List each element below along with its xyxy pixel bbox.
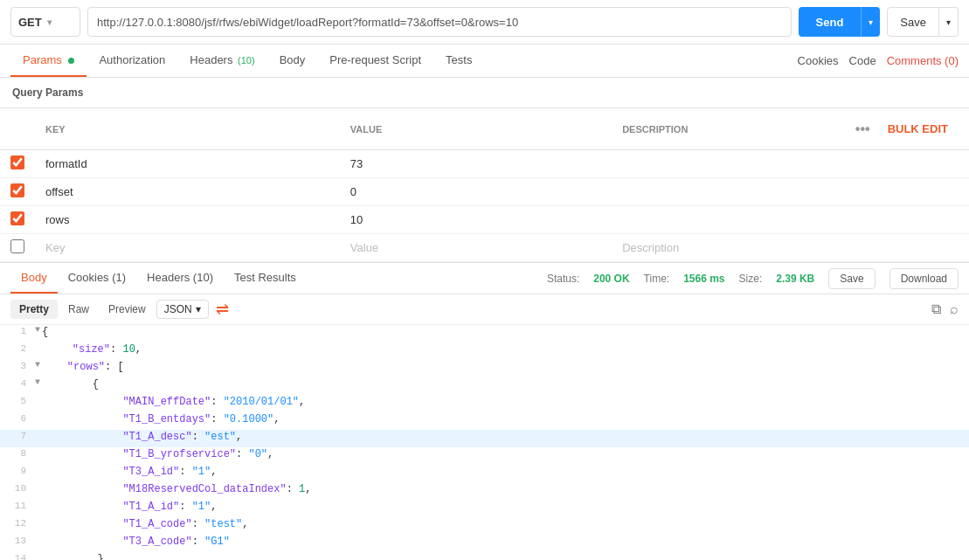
tab-pre-request[interactable]: Pre-request Script xyxy=(317,45,433,77)
desc-header: DESCRIPTION xyxy=(612,108,845,150)
collapse-arrow-icon[interactable]: ▼ xyxy=(35,360,40,370)
method-chevron-icon: ▾ xyxy=(47,17,52,27)
size-label: Size: xyxy=(739,273,763,285)
line-number: 12 xyxy=(0,517,35,529)
row2-checkbox[interactable] xyxy=(10,183,24,197)
query-params-title: Query Params xyxy=(0,78,969,108)
line-number: 10 xyxy=(0,482,35,494)
placeholder-checkbox[interactable] xyxy=(10,239,24,253)
format-select[interactable]: JSON ▾ xyxy=(156,300,209,319)
tab-body[interactable]: Body xyxy=(267,45,318,77)
format-chevron-icon: ▾ xyxy=(196,303,201,315)
placeholder-row: Key Value Description xyxy=(0,234,969,262)
code-line: 3▼ "rows": [ xyxy=(0,360,969,377)
format-toolbar: Pretty Raw Preview JSON ▾ ⇌ ⧉ ⌕ xyxy=(0,294,969,325)
table-row: formatId 73 xyxy=(0,150,969,178)
row3-value: 10 xyxy=(340,206,612,234)
params-table-header: KEY VALUE DESCRIPTION ••• Bulk Edit xyxy=(0,108,969,150)
code-line: 13 "T3_A_code": "G1" xyxy=(0,535,969,552)
tab-tests[interactable]: Tests xyxy=(433,45,484,77)
status-value: 200 OK xyxy=(593,273,629,285)
send-button[interactable]: Send xyxy=(799,7,862,37)
save-btn-group: Save ▾ xyxy=(887,7,959,37)
more-options-icon[interactable]: ••• xyxy=(855,121,870,137)
row2-key: offset xyxy=(35,178,340,206)
line-number: 6 xyxy=(0,412,35,425)
placeholder-value[interactable]: Value xyxy=(340,234,612,262)
copy-icon[interactable]: ⧉ xyxy=(931,301,941,317)
code-line: 8 "T1_B_yrofservice": "0", xyxy=(0,447,969,465)
save-response-button[interactable]: Save xyxy=(828,268,875,289)
params-dot xyxy=(68,58,74,64)
pretty-button[interactable]: Pretty xyxy=(10,300,58,319)
line-number: 4 xyxy=(0,377,35,390)
key-header: KEY xyxy=(35,108,340,150)
line-content: { xyxy=(42,377,969,391)
line-number: 11 xyxy=(0,500,35,512)
preview-button[interactable]: Preview xyxy=(100,300,155,319)
body-tab-headers[interactable]: Headers (10) xyxy=(136,263,224,294)
row2-value: 0 xyxy=(340,178,612,206)
save-dropdown-button[interactable]: ▾ xyxy=(939,7,959,37)
collapse-arrow-icon[interactable]: ▼ xyxy=(35,325,40,335)
format-label: JSON xyxy=(164,303,192,315)
size-value: 2.39 KB xyxy=(776,273,814,285)
code-line: 12 "T1_A_code": "test", xyxy=(0,517,969,535)
top-bar: GET ▾ Send ▾ Save ▾ xyxy=(0,0,969,45)
line-content: "MAIN_effDate": "2010/01/01", xyxy=(47,395,969,409)
row1-checkbox[interactable] xyxy=(10,156,24,169)
line-content: "T1_A_id": "1", xyxy=(47,500,969,514)
table-row: rows 10 xyxy=(0,206,969,234)
format-right: ⧉ ⌕ xyxy=(931,301,959,317)
body-tab-body[interactable]: Body xyxy=(10,263,58,294)
placeholder-desc[interactable]: Description xyxy=(612,234,845,262)
bulk-edit-link[interactable]: Bulk Edit xyxy=(877,115,959,142)
body-tab-test-results[interactable]: Test Results xyxy=(224,263,307,294)
send-btn-group: Send ▾ xyxy=(799,7,881,37)
actions-header: ••• Bulk Edit xyxy=(845,108,969,150)
tab-authorization[interactable]: Authorization xyxy=(87,45,177,77)
send-dropdown-button[interactable]: ▾ xyxy=(861,7,880,37)
row1-value: 73 xyxy=(340,150,612,178)
row3-desc xyxy=(612,206,845,234)
code-line: 10 "M18ReservedCol_dataIndex": 1, xyxy=(0,482,969,500)
row3-key: rows xyxy=(35,206,340,234)
line-number: 14 xyxy=(0,552,35,560)
line-content: "T1_A_desc": "est", xyxy=(47,430,969,444)
code-area[interactable]: 1▼ {2 "size": 10,3▼ "rows": [4▼ {5 "MAIN… xyxy=(0,325,969,560)
line-content: "rows": [ xyxy=(42,360,969,374)
request-tabs-row: Params Authorization Headers (10) Body P… xyxy=(0,45,969,78)
download-button[interactable]: Download xyxy=(889,268,959,289)
code-line: 1▼ { xyxy=(0,325,969,342)
tab-params[interactable]: Params xyxy=(10,45,87,77)
line-number: 13 xyxy=(0,535,35,547)
collapse-arrow-icon[interactable]: ▼ xyxy=(35,377,40,387)
line-content: "M18ReservedCol_dataIndex": 1, xyxy=(47,482,969,496)
body-tab-cookies[interactable]: Cookies (1) xyxy=(58,263,136,294)
url-input[interactable] xyxy=(87,7,792,37)
code-line: 9 "T3_A_id": "1", xyxy=(0,465,969,482)
tab-comments-link[interactable]: Comments (0) xyxy=(887,45,959,76)
save-button[interactable]: Save xyxy=(887,7,939,37)
code-line: 2 "size": 10, xyxy=(0,342,969,360)
time-value: 1566 ms xyxy=(683,273,724,285)
line-content: "T1_A_code": "test", xyxy=(47,517,969,531)
line-content: }, xyxy=(47,552,969,560)
raw-button[interactable]: Raw xyxy=(59,300,98,319)
wrap-icon[interactable]: ⇌ xyxy=(216,300,229,319)
line-number: 1 xyxy=(0,325,35,337)
row3-checkbox[interactable] xyxy=(10,211,24,225)
method-select[interactable]: GET ▾ xyxy=(10,7,80,37)
time-label: Time: xyxy=(644,273,670,285)
tab-headers[interactable]: Headers (10) xyxy=(177,45,266,77)
checkbox-header xyxy=(0,108,35,150)
status-area: Status: 200 OK Time: 1566 ms Size: 2.39 … xyxy=(547,268,959,289)
row1-desc xyxy=(612,150,845,178)
tab-code-link[interactable]: Code xyxy=(849,45,876,76)
search-icon[interactable]: ⌕ xyxy=(950,301,959,317)
code-line: 4▼ { xyxy=(0,377,969,395)
placeholder-key[interactable]: Key xyxy=(35,234,340,262)
code-line: 5 "MAIN_effDate": "2010/01/01", xyxy=(0,395,969,412)
line-number: 5 xyxy=(0,395,35,407)
tab-cookies-link[interactable]: Cookies xyxy=(798,45,839,76)
